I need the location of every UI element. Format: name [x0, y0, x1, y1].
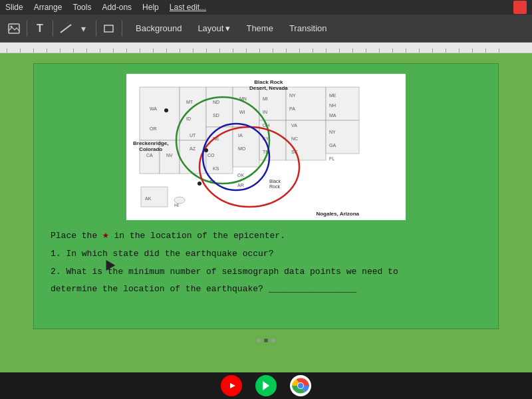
youtube-icon[interactable] — [221, 375, 242, 396]
divider1 — [27, 21, 27, 37]
menu-arrange[interactable]: Arrange — [34, 3, 63, 12]
svg-marker-69 — [263, 381, 269, 390]
map-label-nogales: Nogales, Arizona — [316, 211, 359, 217]
question-2-line1: 2. What is the minimum number of seismog… — [51, 266, 481, 278]
theme-button[interactable]: Theme — [241, 21, 278, 36]
divider3 — [96, 21, 96, 37]
place-instruction: Place the ★ in the location of the epice… — [51, 228, 481, 243]
svg-text:FL: FL — [329, 156, 334, 161]
ruler-mark — [459, 49, 472, 53]
question-2-line2: determine the location of the earthquake… — [51, 283, 481, 295]
svg-rect-8 — [180, 87, 206, 140]
ruler-mark — [432, 49, 446, 53]
transition-button[interactable]: Transition — [284, 21, 332, 36]
svg-text:PA: PA — [289, 106, 295, 111]
svg-text:MI: MI — [263, 96, 268, 101]
map-container: WA OR CA NV MT ID AZ ND SD NE UT CO KS T… — [126, 74, 406, 220]
toolbar-left-icons: T ▾ — [7, 21, 125, 37]
svg-point-60 — [204, 148, 208, 152]
ruler-mark — [206, 49, 219, 53]
ruler-mark — [472, 49, 485, 53]
divider4 — [122, 21, 122, 37]
ruler — [0, 43, 532, 53]
ruler-mark — [60, 49, 73, 53]
svg-text:HI: HI — [174, 203, 179, 207]
svg-rect-14 — [259, 87, 286, 120]
svg-text:ID: ID — [186, 116, 191, 121]
image-icon[interactable] — [7, 21, 21, 36]
ruler-mark — [126, 49, 140, 53]
menu-slide[interactable]: Slide — [5, 3, 23, 12]
ruler-mark — [7, 49, 20, 53]
menu-last-edit[interactable]: Last edit... — [170, 3, 206, 12]
ruler-mark — [299, 49, 313, 53]
line-icon[interactable] — [59, 21, 73, 36]
ruler-mark — [352, 49, 366, 53]
slide-dots — [257, 338, 275, 342]
ruler-mark — [326, 49, 339, 53]
svg-rect-12 — [233, 87, 259, 127]
svg-text:NY: NY — [289, 93, 296, 98]
svg-text:CA: CA — [146, 153, 153, 158]
svg-text:ND: ND — [213, 100, 219, 104]
svg-text:CO: CO — [207, 153, 215, 158]
svg-text:MO: MO — [238, 146, 246, 151]
svg-text:UT: UT — [190, 133, 196, 138]
google-play-icon[interactable] — [255, 375, 277, 396]
svg-rect-3 — [104, 25, 113, 32]
arrow-icon[interactable]: ▾ — [76, 21, 90, 36]
svg-text:WA: WA — [150, 106, 157, 111]
svg-point-61 — [198, 182, 201, 186]
layout-chevron-icon: ▾ — [225, 23, 230, 33]
menu-help[interactable]: Help — [142, 3, 159, 12]
ruler-mark — [33, 49, 47, 53]
layout-button[interactable]: Layout ▾ — [192, 21, 235, 36]
svg-text:Black: Black — [269, 179, 281, 184]
svg-rect-5 — [140, 87, 180, 140]
question-1: 1. In which state did the earthquake occ… — [51, 248, 481, 260]
svg-text:NY: NY — [329, 130, 336, 134]
menu-addons[interactable]: Add-ons — [102, 3, 132, 12]
main-area: WA OR CA NV MT ID AZ ND SD NE UT CO KS T… — [0, 53, 532, 372]
menu-tools[interactable]: Tools — [72, 3, 91, 12]
chrome-icon[interactable] — [290, 375, 311, 396]
svg-text:KS: KS — [213, 166, 219, 171]
text-icon[interactable]: T — [33, 21, 47, 36]
svg-text:NC: NC — [291, 136, 298, 141]
svg-line-2 — [61, 25, 71, 33]
svg-text:GA: GA — [329, 143, 336, 148]
ruler-mark — [286, 49, 299, 53]
slide-content: WA OR CA NV MT ID AZ ND SD NE UT CO KS T… — [33, 63, 499, 329]
svg-text:VA: VA — [291, 123, 297, 128]
svg-text:MT: MT — [186, 100, 194, 104]
svg-text:MA: MA — [329, 113, 336, 118]
svg-text:AR: AR — [237, 183, 244, 188]
ruler-mark — [166, 49, 180, 53]
ruler-mark — [47, 49, 60, 53]
ruler-mark — [233, 49, 246, 53]
svg-point-73 — [298, 383, 303, 388]
svg-point-59 — [164, 108, 168, 112]
ruler-mark — [339, 49, 352, 53]
ruler-mark — [140, 49, 153, 53]
ruler-mark — [485, 49, 499, 53]
menu-bar: Slide Arrange Tools Add-ons Help Last ed… — [0, 0, 532, 15]
ruler-mark — [193, 49, 206, 53]
ruler-mark — [100, 49, 113, 53]
svg-text:AK: AK — [145, 196, 152, 201]
ruler-mark — [259, 49, 273, 53]
ruler-mark — [406, 49, 419, 53]
background-button[interactable]: Background — [130, 21, 187, 36]
slide-dot — [271, 338, 275, 342]
svg-text:SD: SD — [213, 113, 219, 118]
ruler-mark — [392, 49, 406, 53]
svg-rect-19 — [326, 120, 359, 154]
map-label-breckenridge: Breckenridge,Colorado — [133, 140, 168, 152]
ruler-mark — [379, 49, 392, 53]
ruler-mark — [313, 49, 326, 53]
ruler-mark — [366, 49, 379, 53]
shape-icon[interactable] — [102, 21, 116, 36]
ruler-mark — [499, 49, 512, 53]
ruler-mark — [180, 49, 193, 53]
ruler-mark — [153, 49, 166, 53]
